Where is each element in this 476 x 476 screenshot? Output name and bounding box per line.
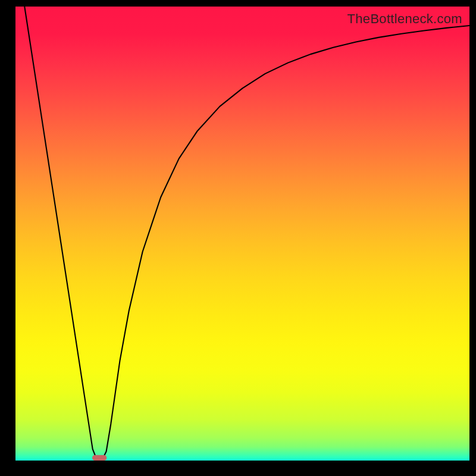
bottleneck-curve-path: [24, 7, 469, 461]
optimal-marker: [92, 455, 107, 461]
curve-svg: [15, 7, 469, 461]
plot-area: TheBottleneck.com: [15, 7, 469, 461]
chart-frame: TheBottleneck.com: [0, 0, 476, 476]
